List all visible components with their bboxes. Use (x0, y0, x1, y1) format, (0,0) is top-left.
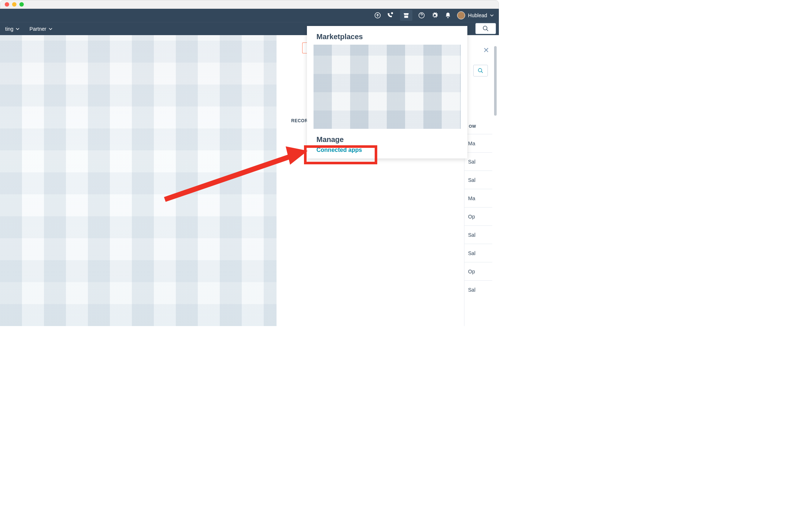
record-column-header: RECOR (291, 118, 308, 123)
chevron-down-icon (49, 28, 52, 30)
nav-item-reporting[interactable]: ting (0, 26, 25, 32)
svg-point-4 (478, 68, 482, 72)
close-icon[interactable]: ✕ (483, 46, 489, 55)
search-icon (482, 25, 489, 32)
notifications-icon[interactable] (444, 11, 452, 19)
annotation-arrow (161, 143, 315, 205)
account-name: Hublead (468, 12, 487, 18)
list-item[interactable]: Ma (464, 189, 492, 207)
svg-point-3 (483, 26, 487, 30)
nav-item-label: ting (5, 26, 14, 32)
search-icon (478, 68, 483, 74)
search-button[interactable] (475, 23, 496, 34)
scrollbar-thumb[interactable] (494, 46, 497, 116)
upgrade-icon[interactable] (374, 11, 382, 19)
topbar: Hublead (0, 9, 499, 22)
nav-item-partner[interactable]: Partner (25, 26, 58, 32)
list-item[interactable]: Sal (464, 244, 492, 262)
svg-marker-6 (286, 146, 308, 165)
dropdown-section-marketplaces: Marketplaces (307, 33, 467, 43)
right-rows: Ma Sal Sal Ma Op Sal Sal Op Sal (464, 134, 492, 299)
list-item[interactable]: Sal (464, 280, 492, 299)
avatar (457, 11, 465, 19)
list-item[interactable]: Ma (464, 134, 492, 152)
window-maximize-button[interactable] (19, 2, 24, 7)
svg-point-1 (391, 12, 393, 14)
list-item[interactable]: Op (464, 207, 492, 225)
list-item[interactable]: Sal (464, 225, 492, 244)
account-menu[interactable]: Hublead (457, 11, 494, 19)
search-wrap (475, 23, 496, 34)
panel-search-icon[interactable] (473, 65, 488, 76)
marketplace-dropdown: Marketplaces Manage Connected apps (307, 26, 467, 158)
phone-icon[interactable] (387, 11, 395, 19)
window-chrome (0, 0, 499, 9)
chevron-down-icon (16, 28, 19, 30)
window-minimize-button[interactable] (12, 2, 16, 7)
chevron-down-icon (490, 14, 494, 16)
help-icon[interactable] (418, 11, 426, 19)
svg-line-5 (165, 156, 293, 199)
list-item[interactable]: Sal (464, 171, 492, 189)
annotation-highlight-box (304, 145, 377, 164)
marketplace-icon[interactable] (400, 10, 412, 21)
window-close-button[interactable] (5, 2, 9, 7)
right-column-header: OW (469, 124, 476, 128)
list-item[interactable]: Sal (464, 152, 492, 171)
nav-item-label: Partner (30, 26, 47, 32)
list-item[interactable]: Op (464, 262, 492, 280)
right-panel: ✕ OW Ma Sal Sal Ma Op Sal Sal Op Sal (464, 41, 499, 326)
dropdown-section-manage: Manage (307, 135, 467, 145)
settings-icon[interactable] (431, 11, 439, 19)
blurred-marketplace-tiles (314, 45, 461, 129)
